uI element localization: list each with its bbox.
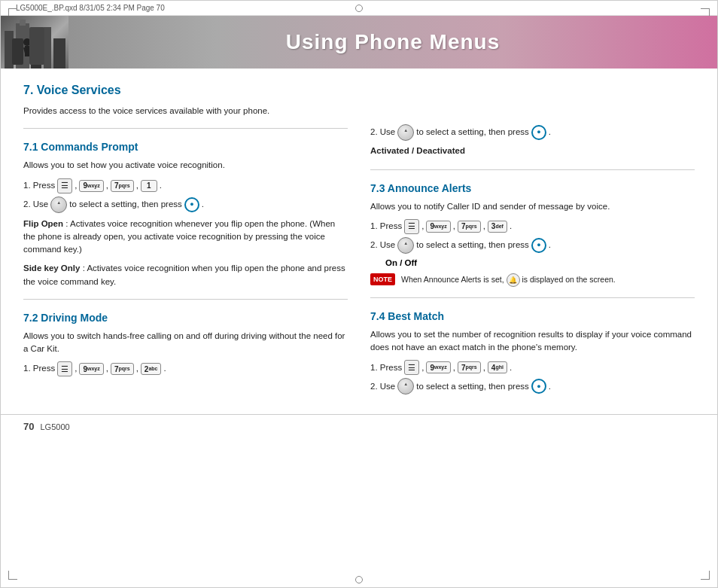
key-9-71: 9wxyz bbox=[79, 180, 103, 192]
period-73: . bbox=[510, 219, 512, 234]
ok-key-right: ● bbox=[531, 125, 546, 140]
footer-brand: LG5000 bbox=[40, 422, 69, 431]
comma-72-3: , bbox=[136, 361, 138, 376]
svg-rect-5 bbox=[53, 38, 65, 69]
flip-open-text: : Activates voice recognition whenever y… bbox=[23, 219, 335, 254]
circle-mark-top bbox=[355, 5, 363, 12]
right-col-option: Activated / Deactivated bbox=[370, 144, 695, 159]
footer: 70 LG5000 bbox=[1, 414, 717, 438]
section-73-body: Allows you to notify Caller ID and sende… bbox=[370, 200, 695, 213]
nav-key-74 bbox=[397, 378, 414, 395]
nav-key-71 bbox=[50, 197, 67, 213]
key-9-74: 9wxyz bbox=[426, 361, 450, 373]
step2-suffix-71: to select a setting, then press bbox=[69, 197, 182, 212]
side-key-label: Side key Only bbox=[23, 264, 80, 273]
comma-2: , bbox=[106, 178, 108, 193]
main-section-title: 7. Voice Services bbox=[23, 84, 348, 97]
key-2-72: 2abc bbox=[141, 363, 162, 375]
svg-rect-4 bbox=[44, 27, 51, 69]
section-73-title: 7.3 Announce Alerts bbox=[370, 182, 695, 194]
divider-right-2 bbox=[370, 297, 695, 298]
footer-page-num: 70 bbox=[23, 421, 34, 432]
note-text-73: When Announce Alerts is set, 🔔 is displa… bbox=[401, 273, 616, 287]
section-72-title: 7.2 Driving Mode bbox=[23, 312, 348, 324]
right-step2-suffix: to select a setting, then press bbox=[416, 125, 529, 140]
page: LG5000E_.BP.qxd 8/31/05 2:34 PM Page 70 … bbox=[0, 0, 718, 588]
section-74-body: Allows you to set the number of recognit… bbox=[370, 328, 695, 355]
header-image bbox=[1, 16, 68, 69]
key-7-72: 7pqrs bbox=[111, 363, 134, 375]
svg-rect-0 bbox=[5, 31, 14, 69]
right-step2-intro: 2. Use to select a setting, then press ●… bbox=[370, 124, 695, 159]
section-73-option: On / Off bbox=[385, 258, 695, 267]
section-72-step1: 1. Press ☰ , 9wxyz , 7pqrs , 2abc . bbox=[23, 361, 348, 376]
right-step2-prefix: 2. Use bbox=[370, 125, 395, 140]
menu-key-74: ☰ bbox=[404, 360, 419, 375]
period-74: . bbox=[510, 361, 512, 376]
section-71-flip-open: Flip Open : Activates voice recognition … bbox=[23, 218, 348, 257]
step2-prefix-73: 2. Use bbox=[370, 238, 395, 253]
section-71-side-key: Side key Only : Activates voice recognit… bbox=[23, 262, 348, 288]
step1-prefix-73: 1. Press bbox=[370, 219, 402, 234]
divider-right-1 bbox=[370, 169, 695, 170]
period-2: . bbox=[202, 197, 204, 212]
section-74-steps: 1. Press ☰ , 9wxyz , 7pqrs , 4ghi . 2. U… bbox=[370, 360, 695, 395]
note-label-73: NOTE bbox=[370, 273, 395, 285]
step2-suffix-74: to select a setting, then press bbox=[416, 379, 529, 395]
step1-prefix-71: 1. Press bbox=[23, 178, 55, 193]
key-9-72: 9wxyz bbox=[79, 363, 103, 375]
menu-key-73: ☰ bbox=[404, 219, 419, 234]
section-71-body: Allows you to set how you activate voice… bbox=[23, 159, 348, 172]
svg-point-6 bbox=[23, 38, 31, 46]
announce-icon: 🔔 bbox=[507, 273, 520, 287]
main-section-body: Provides access to the voice services av… bbox=[23, 105, 348, 117]
menu-key-72: ☰ bbox=[57, 361, 72, 376]
key-9-73: 9wxyz bbox=[426, 221, 450, 233]
right-column: 2. Use to select a setting, then press ●… bbox=[370, 84, 695, 399]
key-4-74: 4ghi bbox=[488, 361, 507, 373]
comma-72-1: , bbox=[75, 361, 77, 376]
corner-mark-bl bbox=[8, 571, 17, 580]
comma-72-2: , bbox=[106, 361, 108, 376]
svg-rect-2 bbox=[20, 20, 26, 26]
key-7-73: 7pqrs bbox=[458, 221, 481, 233]
section-71-title: 7.1 Commands Prompt bbox=[23, 141, 348, 153]
nav-key-right bbox=[397, 124, 414, 141]
period-72: . bbox=[163, 361, 166, 376]
key-3-73: 3def bbox=[488, 221, 507, 233]
divider-1 bbox=[23, 128, 348, 129]
menu-key-71: ☰ bbox=[57, 178, 72, 193]
section-71-step1: 1. Press ☰ , 9wxyz , 7pqrs , 1 . 2. Use … bbox=[23, 178, 348, 213]
ok-key-73: ● bbox=[531, 238, 546, 253]
ok-key-74: ● bbox=[531, 379, 546, 394]
step2-suffix-73: to select a setting, then press bbox=[416, 238, 529, 253]
corner-mark-br bbox=[701, 571, 710, 580]
main-content: 7. Voice Services Provides access to the… bbox=[1, 69, 717, 414]
step2-prefix-71: 2. Use bbox=[23, 197, 48, 212]
period-1: . bbox=[160, 178, 162, 193]
step2-prefix-74: 2. Use bbox=[370, 379, 395, 395]
comma-3: , bbox=[136, 178, 138, 193]
period-74-2: . bbox=[549, 379, 551, 395]
comma-73-3: , bbox=[483, 219, 485, 234]
section-72-body: Allows you to switch hands-free calling … bbox=[23, 330, 348, 356]
header-title: Using Phone Menus bbox=[68, 30, 717, 54]
comma-73-2: , bbox=[453, 219, 455, 234]
left-column: 7. Voice Services Provides access to the… bbox=[23, 84, 348, 399]
step1-prefix-74: 1. Press bbox=[370, 361, 402, 376]
nav-key-73 bbox=[397, 237, 414, 254]
section-74-title: 7.4 Best Match bbox=[370, 310, 695, 322]
note-box-73: NOTE When Announce Alerts is set, 🔔 is d… bbox=[370, 273, 695, 287]
period-73-2: . bbox=[549, 238, 551, 253]
comma-74-2: , bbox=[453, 361, 455, 376]
divider-2 bbox=[23, 299, 348, 300]
comma-74-1: , bbox=[421, 361, 424, 376]
key-1-71: 1 bbox=[141, 180, 157, 192]
circle-mark-bottom bbox=[355, 576, 363, 583]
ok-key-71: ● bbox=[184, 197, 199, 212]
comma-73-1: , bbox=[421, 219, 424, 234]
flip-open-label: Flip Open bbox=[23, 219, 63, 228]
step1-prefix-72: 1. Press bbox=[23, 361, 55, 376]
section-73-steps: 1. Press ☰ , 9wxyz , 7pqrs , 3def . 2. U… bbox=[370, 219, 695, 254]
svg-rect-3 bbox=[31, 35, 41, 69]
